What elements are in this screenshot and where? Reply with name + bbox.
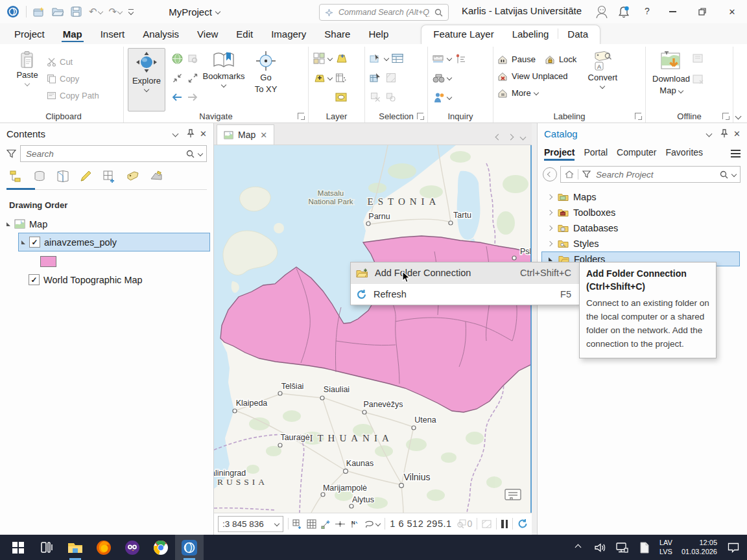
list-by-editing-tab[interactable] (79, 170, 93, 185)
undo-button[interactable]: ↶ (89, 6, 102, 18)
command-search[interactable] (319, 4, 449, 21)
tab-help[interactable]: Help (359, 25, 397, 44)
find-binoculars-icon[interactable] (432, 71, 445, 84)
next-extent-icon[interactable] (186, 91, 199, 104)
catalog-tab-computer[interactable]: Computer (617, 147, 656, 161)
select-by-location-icon[interactable] (385, 71, 397, 84)
layer-row-world-topographic-map[interactable]: ✓ World Topographic Map (0, 271, 213, 288)
crosshair-icon[interactable] (335, 519, 345, 529)
panel-menu-chevron[interactable] (172, 130, 179, 137)
list-by-labeling-tab[interactable] (126, 170, 140, 185)
contents-search-input[interactable] (25, 148, 182, 159)
infographics-icon[interactable] (432, 91, 445, 104)
layer-checkbox[interactable]: ✓ (29, 237, 40, 248)
spatial-reference-icon[interactable] (482, 520, 492, 528)
list-by-drawing-order-tab[interactable] (9, 170, 23, 185)
firefox-icon[interactable] (89, 535, 118, 560)
zoom-to-selection-icon[interactable] (186, 52, 199, 65)
pin-icon[interactable] (720, 129, 728, 138)
expand-collapse-icon[interactable] (21, 240, 25, 244)
document-tray-icon[interactable] (635, 535, 654, 560)
tab-view[interactable]: View (188, 25, 227, 44)
clear-selection-icon[interactable] (369, 91, 382, 104)
purple-app-icon[interactable] (118, 535, 147, 560)
catalog-item-toolboxes[interactable]: Toolboxes (538, 205, 747, 220)
copy-button[interactable]: Copy (47, 70, 99, 87)
tab-imagery[interactable]: Imagery (262, 25, 315, 44)
tab-map[interactable]: Map (54, 25, 91, 44)
tab-labeling[interactable]: Labeling (503, 25, 558, 44)
action-center-icon[interactable] (724, 535, 743, 560)
fixed-zoom-in-icon[interactable] (171, 71, 184, 84)
explore-button[interactable]: Explore (128, 48, 165, 111)
select-tool-icon[interactable] (369, 52, 382, 65)
catalog-item-databases[interactable]: Databases (538, 220, 747, 236)
north-arrow-icon[interactable]: N (350, 519, 359, 529)
account-name[interactable]: Karlis - Latvijas Universitāte (462, 5, 582, 16)
close-panel-icon[interactable]: ✕ (200, 129, 207, 139)
collapse-ribbon-chevron[interactable] (735, 113, 742, 120)
previous-view-chevron[interactable] (495, 134, 502, 141)
expand-icon[interactable] (547, 226, 552, 231)
close-button[interactable]: ✕ (717, 0, 747, 23)
labeling-more-button[interactable]: More (497, 84, 576, 101)
measure-icon[interactable] (432, 52, 445, 65)
expand-icon[interactable] (547, 210, 552, 215)
minimize-button[interactable] (658, 0, 687, 23)
catalog-search-box[interactable] (560, 166, 741, 183)
selection-dialog-launcher[interactable] (417, 113, 423, 119)
panel-menu-chevron[interactable] (706, 130, 713, 137)
catalog-tab-favorites[interactable]: Favorites (666, 147, 704, 161)
map-canvas[interactable]: Matsalu National Park ESTONIA LITHUANIA … (214, 145, 532, 513)
menu-item-add-folder-connection[interactable]: Add Folder Connection Ctrl+Shift+C (351, 262, 579, 283)
catalog-menu-icon[interactable] (731, 150, 741, 158)
list-by-snapping-tab[interactable] (102, 170, 117, 185)
remove-map-icon[interactable] (693, 74, 704, 87)
next-view-chevron[interactable] (508, 134, 514, 141)
add-data-icon[interactable] (313, 71, 326, 84)
panel-splitter[interactable] (532, 123, 537, 535)
catalog-tab-portal[interactable]: Portal (584, 147, 608, 161)
notifications-bell-icon[interactable] (617, 6, 630, 18)
catalog-search-input[interactable] (595, 169, 716, 180)
tab-share[interactable]: Share (315, 25, 359, 44)
network-icon[interactable] (613, 535, 632, 560)
expand-collapse-icon[interactable] (6, 222, 10, 226)
grid-add-icon[interactable] (292, 519, 302, 529)
profile-avatar-icon[interactable] (594, 5, 610, 19)
catalog-item-maps[interactable]: Maps (538, 189, 747, 205)
convert-labels-button[interactable]: A Convert (583, 48, 622, 88)
polygon-symbol-swatch[interactable] (40, 256, 56, 267)
pin-icon[interactable] (187, 129, 195, 138)
cut-button[interactable]: Cut (47, 53, 99, 70)
layer-symbol-row[interactable] (0, 251, 213, 271)
arcgis-pro-taskbar-icon[interactable] (175, 535, 204, 560)
map-view-tab[interactable]: Map ✕ (217, 124, 274, 145)
view-list-chevron[interactable] (520, 134, 527, 141)
navigate-dialog-launcher[interactable] (298, 113, 304, 119)
language-indicator[interactable]: LAV LVS (657, 539, 675, 557)
layer-checkbox[interactable]: ✓ (29, 274, 40, 285)
filter-icon[interactable] (6, 149, 16, 158)
list-by-selection-tab[interactable] (56, 170, 70, 185)
expand-icon[interactable] (547, 194, 552, 200)
view-unplaced-button[interactable]: View Unplaced (497, 67, 576, 84)
close-panel-icon[interactable]: ✕ (733, 129, 741, 139)
task-view-button[interactable] (32, 535, 61, 560)
home-icon[interactable] (565, 170, 574, 178)
lasso-select-icon[interactable] (364, 519, 380, 528)
expand-icon[interactable] (547, 241, 552, 246)
menu-item-refresh[interactable]: Refresh F5 (351, 284, 579, 305)
layer-row-map[interactable]: Map (0, 215, 213, 233)
list-by-perspective-tab[interactable] (149, 170, 163, 185)
back-button[interactable] (543, 167, 557, 181)
attribute-table-icon[interactable] (391, 52, 404, 65)
fixed-zoom-out-icon[interactable] (186, 71, 199, 84)
snapping-icon[interactable] (321, 519, 331, 529)
list-by-data-source-tab[interactable] (32, 170, 47, 185)
clock[interactable]: 12:05 01.03.2026 (678, 539, 721, 557)
redo-button[interactable]: ↷ (109, 6, 123, 18)
add-graphics-layer-icon[interactable] (335, 91, 348, 104)
command-search-input[interactable] (337, 7, 431, 18)
layer-row-ainavzemes-poly[interactable]: ✓ ainavzemes_poly (18, 233, 210, 251)
